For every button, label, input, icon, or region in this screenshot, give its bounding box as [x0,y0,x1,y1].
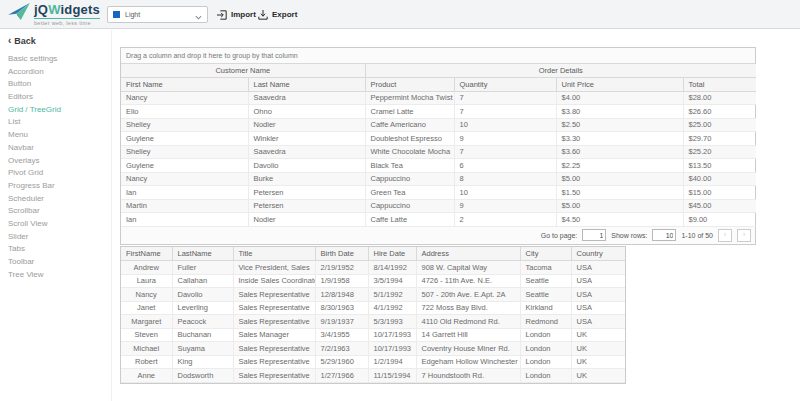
cell-address: 4110 Old Redmond Rd. [416,315,520,329]
column-header[interactable]: FirstName [121,247,172,261]
column-header[interactable]: First Name [121,78,248,92]
cell-total: $29.70 [683,132,756,146]
cell-quantity: 6 [454,159,556,173]
sidebar-item[interactable]: Pivot Grid [0,167,111,180]
table-row[interactable]: Laura Callahan Inside Sales Coordinator … [121,274,625,288]
column-header[interactable]: LastName [172,247,233,261]
cell-birth-date: 8/30/1963 [315,301,368,315]
cell-firstname: Andrew [121,261,172,275]
column-header[interactable]: Unit Price [556,78,683,92]
export-button[interactable]: Export [258,6,297,23]
table-row[interactable]: Robert King Sales Representative 5/29/19… [121,355,625,369]
sidebar-item[interactable]: Scrollbar [0,205,111,218]
cell-city: Tacoma [520,261,571,275]
table-row[interactable]: Ian Nodier Caffe Latte 2 $4.50 $9.00 [121,213,756,227]
sidebar-item[interactable]: Basic settings [0,53,111,66]
cell-total: $25.20 [683,145,756,159]
table-row[interactable]: Elio Ohno Cramel Latte 7 $3.80 $26.60 [121,105,756,119]
sidebar-item[interactable]: Menu [0,129,111,142]
sidebar-item[interactable]: Tree View [0,269,111,282]
cell-birth-date: 12/8/1948 [315,288,368,302]
column-header[interactable]: Total [683,78,756,92]
table-row[interactable]: Guylene Winkler Doubleshot Espresso 9 $3… [121,132,756,146]
sidebar-item[interactable]: Accordion [0,66,111,79]
column-header[interactable]: Last Name [248,78,365,92]
column-header[interactable]: Birth Date [315,247,368,261]
table-row[interactable]: Ian Petersen Green Tea 10 $1.50 $15.00 [121,186,756,200]
sidebar-item[interactable]: Toolbar [0,256,111,269]
column-header[interactable]: Title [233,247,315,261]
sidebar-item[interactable]: Progress Bar [0,180,111,193]
table-row[interactable]: Shelley Saavedra White Chocolate Mocha 7… [121,145,756,159]
cell-product: Peppermint Mocha Twist [365,91,454,105]
cell-hire-date: 5/1/1992 [368,288,416,302]
column-header[interactable]: City [520,247,571,261]
cell-last-name: Burke [248,172,365,186]
table-row[interactable]: Nancy Davolio Sales Representative 12/8/… [121,288,625,302]
cell-quantity: 9 [454,132,556,146]
table-row[interactable]: Janet Leverling Sales Representative 8/3… [121,301,625,315]
cell-unit-price: $4.00 [556,91,683,105]
cell-quantity: 10 [454,186,556,200]
table-row[interactable]: Guylene Davolio Black Tea 6 $2.25 $13.50 [121,159,756,173]
sidebar-item[interactable]: Navbar [0,142,111,155]
import-button[interactable]: Import [217,6,256,23]
table-row[interactable]: Steven Buchanan Sales Manager 3/4/1955 1… [121,328,625,342]
table-row[interactable]: Nancy Saavedra Peppermint Mocha Twist 7 … [121,91,756,105]
table-row[interactable]: Anne Dodsworth Sales Representative 1/27… [121,369,625,383]
cell-address: Coventry House Miner Rd. [416,342,520,356]
table-row[interactable]: Martin Petersen Cappuccino 9 $5.00 $45.0… [121,199,756,213]
logo-tagline: better web, less time [34,18,100,26]
next-page-button[interactable]: › [737,229,751,242]
table-row[interactable]: Nancy Burke Cappuccino 8 $5.00 $40.00 [121,172,756,186]
sidebar-item[interactable]: Tabs [0,243,111,256]
cell-product: Caffe Latte [365,213,454,227]
cell-lastname: Fuller [172,261,233,275]
cell-title: Sales Representative [233,315,315,329]
cell-hire-date: 8/14/1992 [368,261,416,275]
cell-city: London [520,342,571,356]
employees-table: FirstNameLastNameTitleBirth DateHire Dat… [121,247,625,383]
cell-lastname: Peacock [172,315,233,329]
column-header[interactable]: Product [365,78,454,92]
column-header[interactable]: Quantity [454,78,556,92]
cell-address: 908 W. Capital Way [416,261,520,275]
cell-lastname: Callahan [172,274,233,288]
sidebar-item[interactable]: Editors [0,91,111,104]
theme-select-value: Light [125,11,190,18]
cell-total: $25.00 [683,118,756,132]
orders-table: Customer Name Order Details First NameLa… [121,64,756,227]
sidebar-item[interactable]: Scheduler [0,193,111,206]
cell-address: 507 - 20th Ave. E.Apt. 2A [416,288,520,302]
column-header[interactable]: Hire Date [368,247,416,261]
cell-birth-date: 7/2/1963 [315,342,368,356]
cell-last-name: Petersen [248,186,365,200]
cell-unit-price: $5.00 [556,199,683,213]
cell-hire-date: 1/2/1994 [368,355,416,369]
orders-column-group-row: Customer Name Order Details [121,64,756,78]
prev-page-button[interactable]: ‹ [718,229,732,242]
table-row[interactable]: Shelley Nodier Caffe Americano 10 $2.50 … [121,118,756,132]
jqwidgets-logo: jQWidgets better web, less time [8,3,100,26]
column-header[interactable]: Country [571,247,625,261]
table-row[interactable]: Andrew Fuller Vice President, Sales 2/19… [121,261,625,275]
table-row[interactable]: Michael Suyama Sales Representative 7/2/… [121,342,625,356]
sidebar-item[interactable]: Overlays [0,155,111,168]
sidebar-item[interactable]: Grid / TreeGrid [0,104,111,117]
group-by-drop-zone[interactable]: Drag a column and drop it here to group … [121,48,755,64]
sidebar-item[interactable]: Slider [0,231,111,244]
show-rows-label: Show rows: [611,232,647,239]
cell-birth-date: 3/4/1955 [315,328,368,342]
sidebar-item[interactable]: Scroll View [0,218,111,231]
page-number-input[interactable] [582,229,606,241]
cell-first-name: Shelley [121,145,248,159]
rows-per-page-input[interactable] [652,229,676,241]
table-row[interactable]: Margaret Peacock Sales Representative 9/… [121,315,625,329]
column-header[interactable]: Address [416,247,520,261]
back-link[interactable]: ‹ Back [0,30,111,53]
theme-select-dropdown[interactable]: Light [107,6,208,23]
sidebar-item[interactable]: List [0,116,111,129]
sidebar-item[interactable]: Button [0,78,111,91]
cell-title: Sales Representative [233,288,315,302]
cell-lastname: King [172,355,233,369]
